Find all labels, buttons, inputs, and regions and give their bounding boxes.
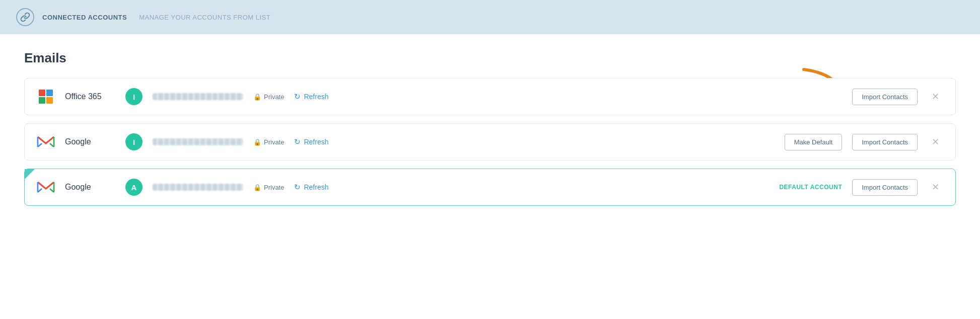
refresh-button-office365[interactable]: ↻ Refresh — [294, 92, 328, 101]
service-name-office365: Office 365 — [65, 92, 115, 101]
header-bar: CONNECTED ACCOUNTS MANAGE YOUR ACCOUNTS … — [0, 0, 980, 34]
service-name-google1: Google — [65, 137, 115, 146]
import-contacts-button-office365[interactable]: Import Contacts — [852, 89, 918, 105]
make-default-button-google1[interactable]: Make Default — [785, 134, 843, 150]
account-row-office365: Office 365 I 🔒 Private ↻ Refresh Import … — [24, 78, 956, 115]
svg-rect-3 — [39, 97, 45, 104]
close-button-google1[interactable]: ✕ — [928, 135, 943, 148]
header-subtitle: MANAGE YOUR ACCOUNTS FROM LIST — [139, 14, 270, 21]
import-contacts-button-google2[interactable]: Import Contacts — [852, 179, 918, 196]
google1-icon — [37, 133, 55, 151]
refresh-icon-google1: ↻ — [294, 137, 301, 146]
svg-rect-2 — [46, 90, 53, 96]
private-label-google1: 🔒 Private — [253, 138, 284, 146]
main-content: Emails Office 365 I 🔒 Private ↻ Refresh — [0, 34, 980, 319]
account-row-google2: Google A 🔒 Private ↻ Refresh DEFAULT ACC… — [24, 169, 956, 206]
lock-icon-google2: 🔒 — [253, 184, 261, 191]
connected-accounts-icon — [16, 8, 34, 26]
close-button-google2[interactable]: ✕ — [928, 181, 943, 194]
section-title: Emails — [24, 50, 956, 66]
email-blurred-google2 — [153, 184, 243, 191]
svg-rect-4 — [46, 97, 53, 104]
svg-rect-1 — [39, 90, 45, 96]
avatar-office365: I — [125, 88, 143, 105]
avatar-google1: I — [125, 133, 143, 150]
lock-icon-google1: 🔒 — [253, 138, 261, 146]
svg-rect-5 — [37, 135, 55, 149]
private-label-office365: 🔒 Private — [253, 93, 284, 101]
refresh-icon-google2: ↻ — [294, 183, 301, 192]
close-button-office365[interactable]: ✕ — [928, 90, 943, 103]
avatar-google2: A — [125, 179, 143, 196]
svg-rect-10 — [37, 180, 55, 194]
import-contacts-button-google1[interactable]: Import Contacts — [852, 134, 918, 150]
account-row-google1: Google I 🔒 Private ↻ Refresh Make Defaul… — [24, 123, 956, 161]
email-blurred-office365 — [153, 93, 243, 100]
default-corner-indicator — [25, 169, 35, 179]
lock-icon-office365: 🔒 — [253, 93, 261, 101]
refresh-icon-office365: ↻ — [294, 92, 301, 101]
google2-icon — [37, 178, 55, 196]
office365-icon — [37, 88, 55, 106]
default-account-label: DEFAULT ACCOUNT — [779, 184, 842, 191]
service-name-google2: Google — [65, 183, 115, 192]
private-label-google2: 🔒 Private — [253, 184, 284, 191]
refresh-button-google1[interactable]: ↻ Refresh — [294, 137, 328, 146]
header-title: CONNECTED ACCOUNTS — [42, 14, 127, 21]
refresh-button-google2[interactable]: ↻ Refresh — [294, 183, 328, 192]
email-blurred-google1 — [153, 138, 243, 145]
